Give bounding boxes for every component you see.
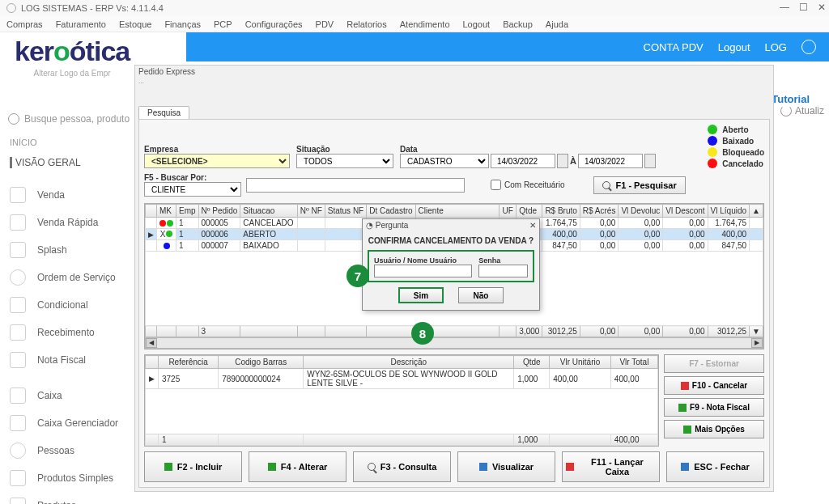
- sidebar-item-produtos[interactable]: Produtos: [10, 492, 186, 504]
- dcol-cb[interactable]: Codigo Barras: [219, 356, 304, 369]
- confirm-frame: Usuário / Nome Usuário Senha: [368, 250, 534, 282]
- col-liq[interactable]: Vl Líquido: [708, 205, 749, 218]
- menu-item[interactable]: Ajuda: [546, 19, 568, 29]
- boxes-icon: [10, 498, 26, 504]
- date-to-picker-icon[interactable]: [644, 154, 656, 168]
- confirm-title: Pergunta: [376, 221, 409, 230]
- data-select[interactable]: CADASTRO: [400, 154, 489, 168]
- col-cliente[interactable]: Cliente: [415, 205, 500, 218]
- mais-opcoes-button[interactable]: Mais Opções: [664, 420, 764, 438]
- register-icon: [10, 388, 26, 404]
- refresh-button[interactable]: Atualiz: [780, 105, 824, 116]
- col-nf[interactable]: Nº NF: [297, 205, 325, 218]
- col-emp[interactable]: Emp: [176, 205, 199, 218]
- maximize-icon[interactable]: ☐: [799, 2, 808, 13]
- buscar-label: F5 - Buscar Por:: [144, 173, 241, 182]
- dcol-q[interactable]: Qtde: [514, 356, 550, 369]
- menu-item[interactable]: Compras: [6, 19, 43, 29]
- callout-8: 8: [411, 322, 434, 345]
- col-status[interactable]: Status NF: [325, 205, 366, 218]
- password-input[interactable]: [478, 265, 528, 277]
- detail-row[interactable]: ▶ 3725 7890000000024 WYN2-6SM-OCULOS DE …: [146, 369, 658, 389]
- dialog-icon: ◔: [366, 221, 376, 230]
- detail-grid[interactable]: Referência Codigo Barras Descrição Qtde …: [144, 354, 659, 447]
- user-avatar-icon[interactable]: [801, 40, 816, 54]
- logout-link[interactable]: Logout: [718, 41, 750, 53]
- date-from-picker-icon[interactable]: [557, 154, 568, 168]
- buscar-input[interactable]: [246, 178, 465, 193]
- menu-item[interactable]: Logout: [463, 19, 491, 29]
- dialog-close-icon[interactable]: ✕: [529, 221, 536, 230]
- col-acres[interactable]: R$ Acrés: [580, 205, 619, 218]
- minimize-icon[interactable]: —: [780, 2, 789, 13]
- eye-icon: [479, 463, 487, 471]
- tutorial-link[interactable]: Tutorial: [772, 93, 810, 105]
- menu-item[interactable]: Atendimento: [400, 19, 450, 29]
- menu-item[interactable]: Relatorios: [346, 19, 387, 29]
- consulta-button[interactable]: F3 - Consulta: [353, 451, 451, 482]
- box-icon: [10, 470, 26, 486]
- pesquisar-button[interactable]: F1 - Pesquisar: [593, 176, 685, 194]
- confirm-dialog: ◔ Pergunta ✕ CONFIRMA CANCELAMENTO DA VE…: [362, 218, 540, 311]
- dcol-vu[interactable]: Vlr Unitário: [550, 356, 611, 369]
- tab-pesquisa[interactable]: Pesquisa: [138, 106, 189, 119]
- empresa-select[interactable]: <SELECIONE>: [144, 154, 290, 168]
- col-qtde[interactable]: Qtde: [517, 205, 542, 218]
- col-pedido[interactable]: Nº Pedido: [198, 205, 240, 218]
- cancelar-button[interactable]: F10 - Cancelar: [664, 376, 764, 395]
- plus-icon: [566, 463, 574, 471]
- alterar-button[interactable]: F4 - Alterar: [249, 451, 346, 482]
- buscar-select[interactable]: CLIENTE: [144, 182, 241, 197]
- date-to-input[interactable]: [578, 154, 643, 168]
- menu-item[interactable]: Backup: [503, 19, 533, 29]
- col-bruto[interactable]: R$ Bruto: [542, 205, 580, 218]
- log-link[interactable]: LOG: [765, 41, 787, 53]
- incluir-button[interactable]: F2 - Incluir: [144, 451, 242, 482]
- situacao-select[interactable]: TODOS: [296, 154, 393, 168]
- menu-item[interactable]: Finanças: [164, 19, 201, 29]
- menu-item[interactable]: Estoque: [119, 19, 151, 29]
- date-from-input[interactable]: [491, 154, 555, 168]
- col-uf[interactable]: UF: [500, 205, 517, 218]
- dcol-desc[interactable]: Descrição: [304, 356, 514, 369]
- logo-subtitle[interactable]: Alterar Logo da Empr: [15, 69, 130, 78]
- col-situacao[interactable]: Situacao: [240, 205, 297, 218]
- col-mk[interactable]: MK: [157, 205, 176, 218]
- menu-item[interactable]: Faturamento: [56, 19, 106, 29]
- conta-pdv-link[interactable]: CONTA PDV: [644, 41, 704, 53]
- menu-item[interactable]: PDV: [316, 19, 334, 29]
- app-icon: [6, 3, 16, 13]
- situacao-label: Situação: [296, 145, 393, 154]
- status-dot-aberto-icon: [708, 125, 717, 134]
- lancar-caixa-button[interactable]: F11 - Lançar Caixa: [562, 451, 660, 482]
- window-title: LOG SISTEMAS - ERP Vs: 4.11.4.4: [21, 3, 164, 13]
- nota-fiscal-button[interactable]: F9 - Nota Fiscal: [664, 398, 764, 417]
- dcol-ref[interactable]: Referência: [159, 356, 219, 369]
- user-input[interactable]: [374, 265, 472, 277]
- person-icon: [10, 443, 26, 459]
- estornar-button[interactable]: F7 - Estornar: [664, 354, 764, 373]
- col-desc[interactable]: Vl Descont: [663, 205, 708, 218]
- receituario-checkbox[interactable]: Com Receituário: [491, 180, 564, 190]
- close-icon[interactable]: ✕: [818, 2, 826, 13]
- col-devol[interactable]: Vl Devoluc: [619, 205, 663, 218]
- col-dt[interactable]: Dt Cadastro: [367, 205, 415, 218]
- people-icon: [10, 415, 26, 431]
- status-dot-baixado-icon: [708, 136, 717, 146]
- fechar-button[interactable]: ESC - Fechar: [666, 451, 764, 482]
- dcol-vt[interactable]: Vlr Total: [610, 356, 657, 369]
- logo: keroótica Alterar Logo da Empr: [15, 36, 130, 78]
- search-placeholder: Busque pessoa, produto: [24, 113, 130, 125]
- nao-button[interactable]: Não: [458, 287, 504, 303]
- menu-item[interactable]: PCP: [214, 19, 232, 29]
- menu-item[interactable]: Configurações: [245, 19, 303, 29]
- date-sep: À: [570, 156, 576, 166]
- visualizar-button[interactable]: Visualizar: [457, 451, 555, 482]
- detail-totals: 1 1,000400,00: [146, 434, 658, 446]
- plus-icon: [164, 463, 172, 471]
- sim-button[interactable]: Sim: [398, 287, 444, 303]
- search-icon: [368, 463, 376, 471]
- logo-part2: o: [53, 36, 70, 66]
- os-title-bar: LOG SISTEMAS - ERP Vs: 4.11.4.4: [0, 0, 829, 16]
- h-scrollbar[interactable]: ◀▶: [145, 337, 763, 349]
